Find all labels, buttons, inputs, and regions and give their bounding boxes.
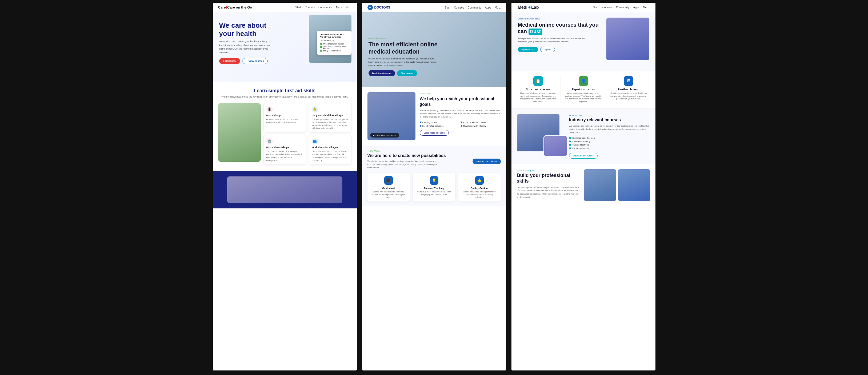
- nav-start-2[interactable]: Start: [445, 6, 451, 9]
- dot-1: [420, 122, 421, 123]
- ages-icon: 👥: [312, 138, 318, 145]
- about-features: Keeping current Comprehensive courses St…: [420, 121, 501, 127]
- logo-accent: |: [226, 5, 227, 9]
- nav-more-2[interactable]: Mo...: [495, 6, 500, 9]
- vision-body: We aim to change the world of medical ed…: [368, 160, 442, 169]
- logo-star: ✦: [528, 5, 531, 9]
- logo-text-2: DOCTORS: [374, 6, 391, 9]
- feature-instructors: 👤 Expert instructors We're passionate ab…: [561, 76, 606, 103]
- industry-bullets: Evidence-based content Innovative learni…: [569, 137, 650, 150]
- tooltip-item-text-1: types of common injuries: [323, 43, 344, 45]
- hero-section-1: We care about your health We work to tak…: [213, 12, 357, 82]
- nav-1: Care|Care on the Go Start Courses Commun…: [213, 3, 357, 12]
- feature-1: Keeping current: [420, 121, 460, 124]
- nav-apps-2[interactable]: Apps: [485, 6, 491, 9]
- card3-body: The Care on the Go first aid app provide…: [267, 150, 303, 162]
- vision-text: We are here to create new possibilities …: [368, 153, 446, 169]
- logo-2: ✚ DOCTORS: [368, 5, 391, 10]
- card4-title: Workshops for all ages: [312, 146, 348, 149]
- view-all-courses-button-3[interactable]: View all our courses: [569, 153, 598, 159]
- bullet-4: Expert instructors: [569, 147, 650, 150]
- feature-platform: 🖥 Flexible platform Our platform is desi…: [606, 76, 651, 103]
- hero-headline-3: Medical online courses that you can trus…: [518, 22, 602, 35]
- hero-image-1: Learn the basics of First Aid at your ow…: [309, 15, 351, 63]
- nav-3: Medi✦Lab Start Courses Community Apps Me…: [512, 3, 655, 12]
- logo-lab: Lab: [531, 5, 539, 10]
- vision-tag: — Our Vision: [368, 150, 501, 152]
- feature-4: Developed with integrity: [461, 125, 501, 127]
- nav-community-3[interactable]: Community: [616, 6, 629, 9]
- panel-care-on-the-go: Care|Care on the Go Start Courses Commun…: [213, 3, 357, 371]
- value-body-2: We understand that staying at the top of…: [462, 191, 498, 198]
- vision-section: — Our Vision We are here to create new p…: [362, 146, 506, 206]
- signup-today-button[interactable]: Sign up today: [518, 46, 538, 52]
- bullet-2: Innovative learning: [569, 140, 650, 143]
- instructors-icon: 👤: [579, 76, 588, 86]
- check-icon-3: ✓: [320, 50, 322, 52]
- view-all-courses-button[interactable]: View all our courses: [472, 159, 500, 164]
- value-body-0: Operate with confidence by reinforcing c…: [371, 191, 407, 198]
- feature-body-0: No matter what your training preference,…: [518, 92, 558, 103]
- hero-section-3: Enter our training portal Medical online…: [512, 12, 655, 71]
- bullet-dot-4: [569, 147, 571, 149]
- feature-3: Step-by-step guidance: [420, 125, 460, 127]
- feature-body-1: We're passionate about ensuring our stud…: [563, 92, 603, 103]
- nav-courses-1[interactable]: Courses: [305, 6, 315, 9]
- card3-title: First aid workshops: [267, 146, 303, 149]
- value-forward: 💡 Forward Thinking We believe in our on-…: [413, 173, 455, 201]
- card-first-aid-app: 📱 First aid app Discover how to help in …: [264, 103, 306, 133]
- nav-start-1[interactable]: Start: [296, 6, 301, 9]
- logo-text: Care on the Go: [227, 5, 252, 9]
- bullet-text-4: Expert instructors: [572, 147, 589, 150]
- nav-courses-2[interactable]: Courses: [454, 6, 464, 9]
- skills-section: Learn simple first aid skills Want to kn…: [213, 82, 357, 171]
- hero-content-3: Enter our training portal Medical online…: [518, 18, 602, 52]
- bullet-1: Evidence-based content: [569, 137, 650, 139]
- nav-community-2[interactable]: Community: [468, 6, 481, 9]
- feature-text-2: Comprehensive courses: [463, 121, 487, 124]
- book-appointment-button[interactable]: Book Appointment: [369, 70, 395, 76]
- nav-start-3[interactable]: Start: [593, 6, 599, 9]
- card2-body: Parents, grandparents, and caregivers ca…: [312, 118, 348, 130]
- card-all-ages: 👥 Workshops for all ages Our online work…: [309, 135, 351, 165]
- nav-links-3: Start Courses Community Apps Me...: [593, 6, 649, 9]
- about-tag: — About us: [420, 92, 501, 95]
- value-body-1: We believe in our on-going education and…: [416, 191, 452, 196]
- industry-heading: Industry relevant courses: [569, 118, 650, 122]
- hero-content-2: — Let's be healthy The most efficient on…: [369, 37, 438, 76]
- nav-more-3[interactable]: Me...: [643, 6, 649, 9]
- hero-headline-1: We care about your health: [219, 21, 273, 38]
- hero-btns-2: Book Appointment Sign up now: [369, 70, 438, 76]
- nav-links-2: Start Courses Community Apps Mo...: [445, 6, 501, 9]
- quality-icon: ⭐: [475, 176, 484, 185]
- start-now-label: Start now: [225, 60, 236, 62]
- nav-apps-3[interactable]: Apps: [633, 6, 639, 9]
- build-images: [584, 169, 650, 201]
- start-now-button[interactable]: + Start now: [219, 58, 240, 64]
- sign-up-now-button[interactable]: Sign up now: [397, 70, 417, 76]
- nav-more-1[interactable]: Mo...: [345, 6, 351, 9]
- industry-content: What we offer Industry relevant courses …: [569, 114, 650, 159]
- logo-medi: Medi: [518, 5, 527, 10]
- bullet-text-2: Innovative learning: [572, 140, 590, 143]
- learn-more-button[interactable]: Learn more about us: [420, 130, 449, 136]
- nav-community-1[interactable]: Community: [318, 6, 332, 9]
- feature-title-0: Structured courses: [518, 88, 558, 91]
- hero-body-3: Need professional courses for your medic…: [518, 37, 587, 43]
- dot-4: [461, 125, 462, 127]
- signin-button[interactable]: Sign in: [540, 46, 555, 52]
- nav-apps-1[interactable]: Apps: [336, 6, 342, 9]
- features-row: 📋 Structured courses No matter what your…: [512, 71, 655, 109]
- contextual-icon: ⬛: [384, 176, 393, 185]
- nav-courses-3[interactable]: Courses: [602, 6, 612, 9]
- check-icon-2: ✓: [320, 46, 322, 48]
- hero-body-2: We will help you obtain the training and…: [369, 57, 438, 67]
- feature-2: Comprehensive courses: [461, 121, 501, 124]
- build-heading: Build your professional skills: [517, 173, 580, 184]
- view-courses-button[interactable]: + View courses: [242, 58, 268, 64]
- card2-title: Baby and child first aid app: [312, 114, 348, 117]
- hours-number: 236+: [375, 134, 380, 136]
- view-courses-label: View courses: [249, 60, 264, 62]
- value-contextual: ⬛ Contextual Operate with confidence by …: [368, 173, 410, 201]
- feature-text-1: Keeping current: [423, 121, 437, 124]
